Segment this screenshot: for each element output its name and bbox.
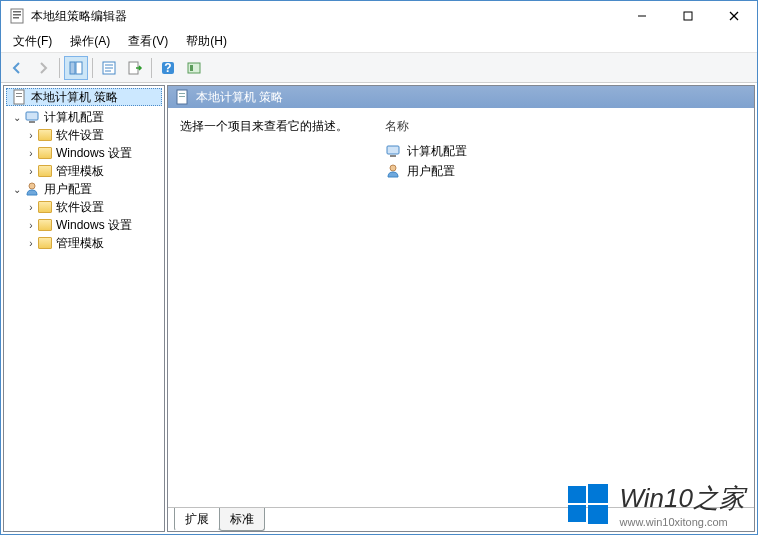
svg-rect-18 bbox=[190, 65, 193, 71]
export-button[interactable] bbox=[123, 56, 147, 80]
list-item-label: 计算机配置 bbox=[407, 143, 467, 160]
filter-button[interactable] bbox=[182, 56, 206, 80]
toolbar-separator bbox=[92, 58, 93, 78]
expand-icon[interactable]: › bbox=[24, 238, 38, 249]
svg-point-24 bbox=[29, 183, 35, 189]
tree-item-software[interactable]: › 软件设置 bbox=[4, 198, 164, 216]
tree-item-computer[interactable]: ⌄ 计算机配置 bbox=[4, 108, 164, 126]
toolbar-separator bbox=[59, 58, 60, 78]
menu-view[interactable]: 查看(V) bbox=[120, 31, 176, 52]
tabs-strip: 扩展 标准 bbox=[168, 507, 754, 531]
detail-body: 选择一个项目来查看它的描述。 名称 计算机配置 用户配置 bbox=[168, 108, 754, 507]
list-column: 名称 计算机配置 用户配置 bbox=[385, 118, 742, 497]
svg-rect-23 bbox=[29, 121, 35, 123]
help-button[interactable]: ? bbox=[156, 56, 180, 80]
toolbar-separator bbox=[151, 58, 152, 78]
expand-icon[interactable]: › bbox=[24, 148, 38, 159]
expand-icon[interactable]: › bbox=[24, 220, 38, 231]
content-area: 本地计算机 策略 ⌄ 计算机配置 › 软件设置 › Windows 设置 › 管… bbox=[1, 83, 757, 534]
toolbar: ? bbox=[1, 53, 757, 83]
close-button[interactable] bbox=[711, 1, 757, 31]
svg-rect-21 bbox=[16, 96, 22, 97]
svg-rect-9 bbox=[76, 62, 82, 74]
expand-icon[interactable]: › bbox=[24, 130, 38, 141]
tree-item-software[interactable]: › 软件设置 bbox=[4, 126, 164, 144]
tree-root[interactable]: 本地计算机 策略 bbox=[6, 88, 162, 106]
svg-rect-17 bbox=[188, 63, 200, 73]
window-title: 本地组策略编辑器 bbox=[31, 8, 619, 25]
tree-item-windows[interactable]: › Windows 设置 bbox=[4, 144, 164, 162]
tree-pane[interactable]: 本地计算机 策略 ⌄ 计算机配置 › 软件设置 › Windows 设置 › 管… bbox=[3, 85, 165, 532]
properties-button[interactable] bbox=[97, 56, 121, 80]
tree-item-templates[interactable]: › 管理模板 bbox=[4, 234, 164, 252]
document-icon bbox=[11, 89, 27, 105]
svg-rect-20 bbox=[16, 93, 22, 94]
minimize-button[interactable] bbox=[619, 1, 665, 31]
show-tree-button[interactable] bbox=[64, 56, 88, 80]
expand-icon[interactable]: › bbox=[24, 166, 38, 177]
user-icon bbox=[385, 163, 401, 179]
svg-point-30 bbox=[390, 165, 396, 171]
tree-label: 本地计算机 策略 bbox=[31, 89, 118, 106]
nav-forward-button[interactable] bbox=[31, 56, 55, 80]
tree-item-templates[interactable]: › 管理模板 bbox=[4, 162, 164, 180]
detail-header: 本地计算机 策略 bbox=[168, 86, 754, 108]
menu-file[interactable]: 文件(F) bbox=[5, 31, 60, 52]
tab-extended[interactable]: 扩展 bbox=[174, 508, 220, 531]
svg-text:?: ? bbox=[164, 61, 171, 75]
folder-icon bbox=[38, 201, 52, 213]
tree-label: 软件设置 bbox=[56, 127, 104, 144]
title-bar: 本地组策略编辑器 bbox=[1, 1, 757, 31]
description-text: 选择一个项目来查看它的描述。 bbox=[180, 118, 385, 497]
folder-icon bbox=[38, 147, 52, 159]
tree-label: 软件设置 bbox=[56, 199, 104, 216]
svg-rect-22 bbox=[26, 112, 38, 120]
list-item[interactable]: 用户配置 bbox=[385, 161, 742, 181]
document-icon bbox=[174, 89, 190, 105]
svg-rect-5 bbox=[684, 12, 692, 20]
tree-label: Windows 设置 bbox=[56, 217, 132, 234]
tree-item-user[interactable]: ⌄ 用户配置 bbox=[4, 180, 164, 198]
svg-rect-2 bbox=[13, 14, 21, 16]
folder-icon bbox=[38, 165, 52, 177]
tree-label: 计算机配置 bbox=[44, 109, 104, 126]
svg-rect-26 bbox=[179, 93, 185, 94]
svg-rect-27 bbox=[179, 96, 185, 97]
svg-rect-3 bbox=[13, 17, 19, 19]
user-icon bbox=[24, 181, 40, 197]
detail-pane: 本地计算机 策略 选择一个项目来查看它的描述。 名称 计算机配置 用户配置 bbox=[167, 85, 755, 532]
svg-rect-1 bbox=[13, 11, 21, 13]
collapse-icon[interactable]: ⌄ bbox=[10, 184, 24, 195]
window-controls bbox=[619, 1, 757, 31]
tab-standard[interactable]: 标准 bbox=[219, 508, 265, 531]
svg-rect-29 bbox=[390, 155, 396, 157]
menu-action[interactable]: 操作(A) bbox=[62, 31, 118, 52]
maximize-button[interactable] bbox=[665, 1, 711, 31]
menu-help[interactable]: 帮助(H) bbox=[178, 31, 235, 52]
svg-rect-28 bbox=[387, 146, 399, 154]
tree-label: Windows 设置 bbox=[56, 145, 132, 162]
nav-back-button[interactable] bbox=[5, 56, 29, 80]
folder-icon bbox=[38, 129, 52, 141]
tree-label: 管理模板 bbox=[56, 235, 104, 252]
list-item[interactable]: 计算机配置 bbox=[385, 141, 742, 161]
svg-rect-8 bbox=[70, 62, 75, 74]
menu-bar: 文件(F) 操作(A) 查看(V) 帮助(H) bbox=[1, 31, 757, 53]
detail-header-title: 本地计算机 策略 bbox=[196, 89, 283, 106]
tree-label: 用户配置 bbox=[44, 181, 92, 198]
computer-icon bbox=[24, 109, 40, 125]
expand-icon[interactable]: › bbox=[24, 202, 38, 213]
tree-label: 管理模板 bbox=[56, 163, 104, 180]
computer-icon bbox=[385, 143, 401, 159]
tree-item-windows[interactable]: › Windows 设置 bbox=[4, 216, 164, 234]
app-window: 本地组策略编辑器 文件(F) 操作(A) 查看(V) 帮助(H) ? 本地计算机… bbox=[0, 0, 758, 535]
folder-icon bbox=[38, 237, 52, 249]
list-item-label: 用户配置 bbox=[407, 163, 455, 180]
column-header-name[interactable]: 名称 bbox=[385, 118, 742, 135]
app-icon bbox=[9, 8, 25, 24]
collapse-icon[interactable]: ⌄ bbox=[10, 112, 24, 123]
folder-icon bbox=[38, 219, 52, 231]
